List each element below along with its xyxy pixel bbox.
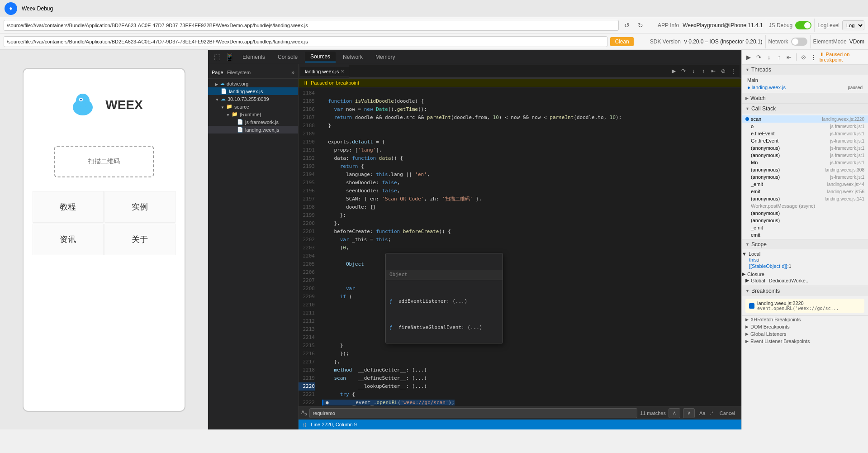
- callstack-anon5[interactable]: (anonymous) landing.weex.js:141: [742, 195, 868, 202]
- tab-console[interactable]: Console: [272, 52, 303, 62]
- deactivate-btn[interactable]: ⊘: [719, 67, 728, 76]
- case-sensitive-btn[interactable]: Aa: [699, 410, 705, 416]
- callstack-section: ▼ Call Stack scan landing.weex.js:2220 o…: [742, 104, 868, 239]
- step-back-btn[interactable]: ⇤: [709, 67, 718, 76]
- app-title: Weex Debug: [22, 5, 53, 12]
- menu-item-tutorials[interactable]: 教程: [33, 191, 104, 223]
- callstack-efireevent[interactable]: e.fireEvent js-framework.js:1: [742, 130, 868, 137]
- scope-header[interactable]: ▼ Scope: [742, 239, 868, 249]
- global-listeners-group[interactable]: ▶ Global Listeners: [742, 330, 868, 338]
- url-input[interactable]: [4, 20, 619, 31]
- callstack-header[interactable]: ▼ Call Stack: [742, 104, 868, 114]
- menu-item-about[interactable]: 关于: [104, 224, 175, 255]
- log-level-select[interactable]: Log: [842, 20, 864, 30]
- debug-step-into-btn[interactable]: ↓: [765, 52, 773, 62]
- threads-section: ▼ Threads Main ● landing.weex.js paused: [742, 65, 868, 93]
- tab-memory[interactable]: Memory: [370, 52, 400, 62]
- code-lines[interactable]: function isValidDoodle(doodle) { var now…: [318, 87, 741, 406]
- ac-item-firenative[interactable]: ƒfireNativeGlobalEvent: (...): [386, 323, 503, 333]
- callstack-anon7[interactable]: (anonymous): [742, 217, 868, 224]
- breakpoints-header[interactable]: ▼ Breakpoints: [742, 286, 868, 296]
- event-arrow: ▶: [745, 339, 749, 343]
- callstack-emit4[interactable]: emit: [742, 231, 868, 238]
- callstack-anon6[interactable]: (anonymous): [742, 210, 868, 217]
- search-next-btn[interactable]: ∨: [683, 408, 695, 418]
- step-out-btn[interactable]: ↑: [699, 67, 708, 76]
- play-btn[interactable]: ▶: [669, 67, 678, 76]
- tab-network[interactable]: Network: [337, 52, 368, 62]
- step-over-btn[interactable]: ↷: [679, 67, 688, 76]
- menu-item-news[interactable]: 资讯: [33, 224, 104, 255]
- search-input[interactable]: [309, 408, 637, 418]
- event-listener-breakpoints-group[interactable]: ▶ Event Listener Breakpoints: [742, 338, 868, 345]
- callstack-gnfireevent[interactable]: Gn.fireEvent js-framework.js:1: [742, 137, 868, 144]
- regex-btn[interactable]: .*: [710, 410, 713, 416]
- callstack-scan[interactable]: scan landing.weex.js:2220: [742, 115, 868, 123]
- callstack-anon4[interactable]: (anonymous) js-framework.js:1: [742, 173, 868, 181]
- tree-item-landing-top[interactable]: 📄 landing.weex.js: [208, 87, 298, 95]
- device-icon[interactable]: 📱: [224, 52, 235, 62]
- tree-tab-page[interactable]: Page: [212, 70, 223, 75]
- callstack-emit2[interactable]: emit landing.weex.js:56: [742, 188, 868, 195]
- tree-item-jsfw[interactable]: 📄 js-framework.js: [208, 118, 298, 126]
- search-cancel-btn[interactable]: Cancel: [716, 408, 739, 418]
- callstack-emit1[interactable]: _emit landing.weex.js:44: [742, 181, 868, 188]
- scope-local-label[interactable]: ▼ Local: [742, 251, 868, 257]
- qr-container[interactable]: 扫描二维码: [54, 146, 154, 177]
- thread-landing[interactable]: ● landing.weex.js paused: [742, 84, 868, 91]
- callstack-mn[interactable]: Mn js-framework.js:1: [742, 159, 868, 166]
- tree-item-ip[interactable]: 30.10.73.255:8089: [208, 95, 298, 103]
- callstack-o[interactable]: o js-framework.js:1: [742, 123, 868, 130]
- tree-more-icon[interactable]: »: [291, 69, 294, 76]
- callstack-worker[interactable]: Worker.postMessage (async): [742, 202, 868, 210]
- history-url-input[interactable]: [4, 36, 607, 47]
- callstack-anon1[interactable]: (anonymous) js-framework.js:1: [742, 144, 868, 152]
- scope-label: Scope: [751, 241, 767, 248]
- settings-btn[interactable]: ⋮: [729, 67, 738, 76]
- callstack-emit3[interactable]: _emit: [742, 224, 868, 231]
- inspect-icon[interactable]: ⬚: [212, 52, 223, 62]
- dev-tabs-row: ⬚ 📱 Elements Console Sources Network Mem…: [208, 50, 741, 64]
- scope-closure-label[interactable]: ▶ Closure: [742, 271, 868, 277]
- network-toggle[interactable]: [791, 38, 807, 46]
- refresh-btn[interactable]: ↻: [635, 20, 646, 31]
- tree-item-landing[interactable]: 📄 landing.weex.js: [208, 126, 298, 134]
- xhr-breakpoints-group[interactable]: ▶ XHR/fetch Breakpoints: [742, 316, 868, 323]
- editor-tab-landing[interactable]: landing.weex.js ✕: [300, 67, 349, 76]
- debug-play-btn[interactable]: ▶: [745, 52, 753, 62]
- line-numbers: 21842185218621872188 2189219021912192219…: [299, 87, 318, 406]
- threads-header[interactable]: ▼ Threads: [742, 65, 868, 75]
- tab-close-icon[interactable]: ✕: [341, 69, 344, 74]
- search-prev-btn[interactable]: ∧: [669, 408, 680, 418]
- step-into-btn[interactable]: ↓: [689, 67, 698, 76]
- code-content[interactable]: 21842185218621872188 2189219021912192219…: [299, 87, 741, 406]
- tree-item-source[interactable]: 📁 source: [208, 103, 298, 110]
- tab-sources[interactable]: Sources: [305, 52, 336, 62]
- callstack-anon3[interactable]: (anonymous) landing.weex.js:308: [742, 166, 868, 173]
- debug-deactivate-btn[interactable]: ⊘: [799, 52, 807, 62]
- js-debug-toggle[interactable]: [795, 21, 811, 29]
- back-btn[interactable]: ↺: [621, 20, 632, 31]
- callstack-label: Call Stack: [751, 105, 776, 112]
- thread-main[interactable]: Main: [742, 76, 868, 84]
- tree-tab-filesystem[interactable]: Filesystem: [227, 70, 251, 75]
- debug-step-over-btn[interactable]: ↷: [754, 52, 763, 62]
- ac-item-addeventlistener[interactable]: ƒaddEventListener: (...): [386, 296, 503, 306]
- debug-step-back-btn[interactable]: ⇤: [785, 52, 793, 62]
- clean-button[interactable]: Clean: [610, 37, 633, 46]
- tree-item-dotwe[interactable]: dotwe.org: [208, 80, 298, 87]
- breakpoints-section: ▼ Breakpoints landing.weex.js:2220 event…: [742, 286, 868, 316]
- app-icon: [5, 2, 17, 15]
- bp-content: landing.weex.js:2220 event.openURL('weex…: [742, 296, 868, 315]
- watch-header[interactable]: ▶ Watch: [742, 93, 868, 103]
- debug-step-out-btn[interactable]: ↑: [775, 52, 783, 62]
- tab-elements[interactable]: Elements: [237, 52, 270, 62]
- tree-item-runtime[interactable]: 📁 [Runtime]: [208, 110, 298, 118]
- menu-item-examples[interactable]: 实例: [104, 191, 175, 223]
- dom-breakpoints-group[interactable]: ▶ DOM Breakpoints: [742, 323, 868, 330]
- scope-section: ▼ Scope ▼ Local this: i [[StableObjectId…: [742, 239, 868, 286]
- debug-settings-btn[interactable]: ⋮: [809, 52, 817, 62]
- bp-checkbox[interactable]: [749, 303, 754, 309]
- code-editor-outer: landing.weex.js ✕ ▶ ↷ ↓ ↑ ⇤ ⊘ ⋮ ⏸: [299, 64, 741, 429]
- callstack-anon2[interactable]: (anonymous) js-framework.js:1: [742, 152, 868, 159]
